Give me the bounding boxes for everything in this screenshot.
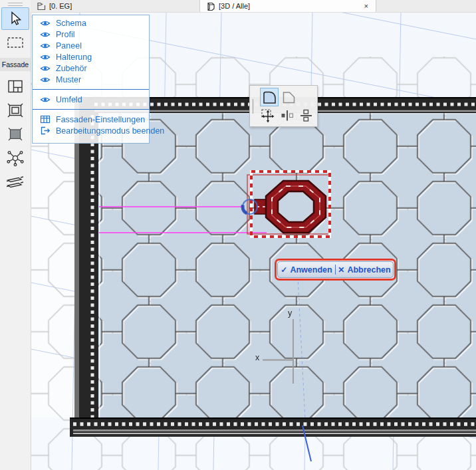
palette-drag-handle[interactable]: [253, 99, 253, 114]
menu-item-zubehoer[interactable]: Zubehör: [33, 62, 149, 74]
eye-icon: [40, 31, 51, 39]
apply-cancel-pill: ✓ Anwenden ✕ Abbrechen: [277, 261, 394, 278]
apply-cancel-bar: ✓ Anwenden ✕ Abbrechen: [275, 259, 396, 281]
check-icon: ✓: [281, 265, 287, 275]
select-arrow-tool[interactable]: [1, 7, 29, 30]
eye-icon: [40, 76, 51, 84]
eye-icon: [40, 64, 51, 72]
marquee-tool[interactable]: [1, 31, 29, 54]
apply-button[interactable]: ✓ Anwenden: [278, 262, 335, 277]
scheme-grid-icon: [7, 78, 24, 94]
tab-3d-view[interactable]: [3D / Alle] ×: [199, 0, 376, 12]
junction-node-icon: [6, 150, 25, 167]
menu-item-fassaden-einstellungen[interactable]: Fassaden-Einstellungen: [33, 114, 149, 125]
menu-label: Muster: [56, 75, 81, 84]
arrow-cursor-icon: [7, 10, 24, 27]
marquee-icon: [6, 35, 25, 51]
cube-3d-icon: [205, 1, 215, 11]
cancel-button[interactable]: ✕ Abbrechen: [336, 262, 393, 277]
menu-label: Bearbeitungsmodus beenden: [56, 126, 164, 136]
axis-y-label: y: [288, 308, 293, 318]
boundary-solid-tool[interactable]: [260, 88, 279, 106]
exit-door-icon: [40, 126, 51, 135]
menu-label: Schema: [56, 19, 86, 28]
move-drag-tool[interactable]: [259, 106, 277, 125]
scheme-grid-tool[interactable]: [1, 75, 29, 98]
junction-node-tool[interactable]: [1, 147, 29, 170]
louvre-stack-tool[interactable]: [1, 171, 29, 193]
tab-3d-label: [3D / Alle]: [219, 2, 250, 10]
distribute-icon: [298, 108, 314, 124]
eye-icon: [40, 42, 51, 50]
panel-fill-icon: [7, 126, 24, 143]
menu-label: Paneel: [56, 41, 82, 51]
menu-label: Fassaden-Einstellungen: [56, 115, 145, 124]
tab-close-button[interactable]: ×: [362, 2, 370, 11]
toolbox-grip[interactable]: [8, 3, 23, 6]
panel-fill-tool[interactable]: [1, 123, 29, 146]
menu-item-halterung[interactable]: Halterung: [33, 51, 149, 62]
tab-floorplan-label: [0. EG]: [49, 2, 72, 10]
menu-item-profil[interactable]: Profil: [33, 29, 149, 40]
apply-button-label: Anwenden: [290, 265, 332, 275]
menu-item-paneel[interactable]: Paneel: [33, 40, 149, 51]
louvre-stack-icon: [6, 174, 25, 190]
menu-item-muster[interactable]: Muster: [33, 74, 149, 85]
boundary-outline-icon: [281, 89, 297, 106]
frame-tool[interactable]: [1, 99, 29, 122]
toolbox-sidebar: Fassade: [0, 0, 31, 470]
distribute-tool[interactable]: [297, 106, 315, 125]
eye-icon: [40, 19, 51, 27]
view-tab-bar: [0. EG] [3D / Alle] ×: [31, 0, 476, 13]
menu-separator: [33, 89, 149, 90]
story-flag-icon: [36, 2, 46, 11]
pet-palette: [249, 85, 318, 127]
menu-separator: [33, 109, 149, 110]
cancel-button-label: Abbrechen: [347, 265, 390, 275]
tab-floorplan[interactable]: [0. EG]: [31, 0, 77, 12]
settings-table-icon: [40, 115, 51, 124]
move-drag-icon: [259, 107, 277, 124]
menu-item-schema[interactable]: Schema: [33, 17, 149, 29]
facade-display-menu: Schema Profil Paneel Halterung Zubehör M…: [32, 15, 150, 144]
menu-label: Profil: [56, 30, 74, 39]
menu-label: Zubehör: [56, 64, 87, 73]
x-icon: ✕: [338, 265, 344, 275]
menu-label: Halterung: [56, 53, 92, 62]
mirror-tool[interactable]: [278, 106, 297, 125]
frame-icon: [7, 102, 24, 119]
toolbox-group-label: Fassade: [0, 58, 31, 71]
mirror-icon: [279, 108, 296, 124]
menu-item-umfeld[interactable]: Umfeld: [33, 94, 149, 105]
axis-x-label: x: [255, 353, 260, 362]
menu-label: Umfeld: [56, 95, 82, 104]
menu-item-exit-edit-mode[interactable]: Bearbeitungsmodus beenden: [33, 125, 149, 136]
eye-icon: [40, 96, 51, 104]
application-window: y x: [0, 0, 476, 470]
boundary-outline-tool[interactable]: [279, 88, 298, 106]
boundary-solid-icon: [261, 89, 278, 106]
eye-icon: [40, 53, 51, 61]
